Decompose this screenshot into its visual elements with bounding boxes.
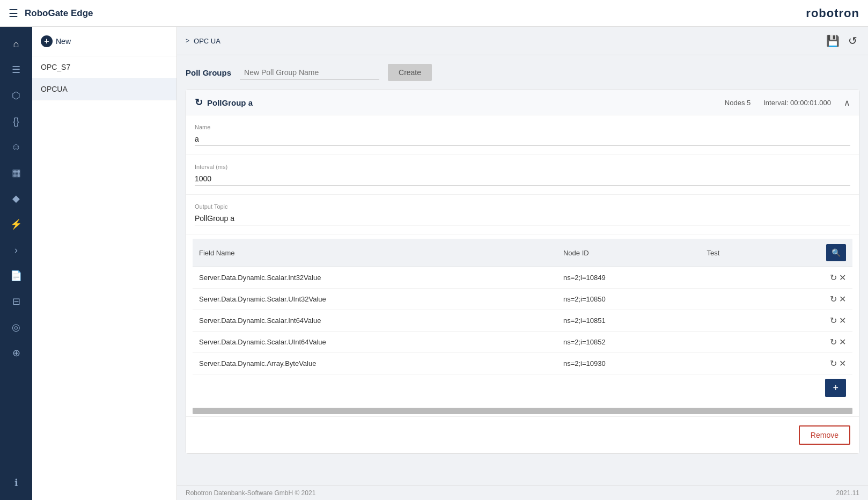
remove-row-button[interactable]: ✕ bbox=[839, 315, 846, 326]
list-item-opc-s7[interactable]: OPC_S7 bbox=[32, 56, 176, 78]
new-button-icon: + bbox=[41, 35, 53, 47]
poll-interval-text: Interval: 00:00:01.000 bbox=[763, 99, 831, 107]
name-field-section: Name a bbox=[186, 115, 859, 155]
remove-row-button[interactable]: ✕ bbox=[839, 337, 846, 347]
sidebar-item-home[interactable]: ⌂ bbox=[5, 33, 27, 55]
refresh-row-button[interactable]: ↻ bbox=[830, 273, 837, 283]
left-panel-header: + New bbox=[32, 27, 176, 56]
cell-node-id: ns=2;i=10849 bbox=[557, 267, 701, 289]
cell-field-name: Server.Data.Dynamic.Scalar.Int32Value bbox=[193, 267, 557, 289]
breadcrumb-chevron-icon: > bbox=[186, 37, 189, 45]
footer-copyright: Robotron Datenbank-Software GmbH © 2021 bbox=[186, 489, 315, 497]
cell-field-name: Server.Data.Dynamic.Array.ByteValue bbox=[193, 353, 557, 374]
name-label: Name bbox=[195, 124, 850, 130]
table-row: Server.Data.Dynamic.Scalar.UInt32Value n… bbox=[193, 289, 852, 310]
poll-card: ↻ PollGroup a Nodes 5 Interval: 00:00:01… bbox=[186, 90, 859, 454]
collapse-button[interactable]: ∧ bbox=[844, 98, 850, 108]
footer-version: 2021.11 bbox=[836, 489, 859, 497]
table-row: Server.Data.Dynamic.Scalar.Int64Value ns… bbox=[193, 310, 852, 332]
remove-section: Remove bbox=[186, 416, 859, 453]
list-item-opcua[interactable]: OPCUA bbox=[32, 78, 176, 100]
sidebar-item-code[interactable]: {} bbox=[5, 111, 27, 132]
search-button[interactable]: 🔍 bbox=[826, 244, 846, 261]
remove-row-button[interactable]: ✕ bbox=[839, 294, 846, 304]
cell-test bbox=[701, 310, 768, 332]
sidebar-item-arrow[interactable]: › bbox=[5, 239, 27, 261]
cell-field-name: Server.Data.Dynamic.Scalar.Int64Value bbox=[193, 310, 557, 332]
content-area: > OPC UA 💾 ↺ Poll Groups Create ↻ PollGr… bbox=[177, 27, 868, 500]
left-panel: + New OPC_S7 OPCUA bbox=[32, 27, 177, 500]
node-table: Field Name Node ID Test 🔍 Server.Data.Dy… bbox=[193, 239, 852, 374]
create-button[interactable]: Create bbox=[388, 64, 432, 81]
cell-field-name: Server.Data.Dynamic.Scalar.UInt64Value bbox=[193, 332, 557, 353]
interval-label: Interval (ms) bbox=[195, 164, 850, 170]
poll-refresh-icon[interactable]: ↻ bbox=[195, 97, 203, 108]
cell-test bbox=[701, 267, 768, 289]
cell-test bbox=[701, 353, 768, 374]
refresh-row-button[interactable]: ↻ bbox=[830, 337, 837, 347]
cell-field-name: Server.Data.Dynamic.Scalar.UInt32Value bbox=[193, 289, 557, 310]
add-node-button[interactable]: + bbox=[825, 379, 846, 397]
sidebar-item-grid[interactable]: ▦ bbox=[5, 162, 27, 183]
horizontal-scrollbar[interactable] bbox=[193, 408, 852, 414]
table-row: Server.Data.Dynamic.Scalar.UInt64Value n… bbox=[193, 332, 852, 353]
cell-test bbox=[701, 289, 768, 310]
sidebar-item-info[interactable]: ℹ bbox=[5, 472, 27, 494]
breadcrumb: > OPC UA 💾 ↺ bbox=[177, 27, 868, 55]
sidebar-item-stack[interactable]: ⊕ bbox=[5, 342, 27, 364]
node-table-section: Field Name Node ID Test 🔍 Server.Data.Dy… bbox=[186, 234, 859, 406]
sidebar-item-chart[interactable]: ⚡ bbox=[5, 214, 27, 235]
footer: Robotron Datenbank-Software GmbH © 2021 … bbox=[177, 486, 868, 500]
new-button-label: New bbox=[56, 37, 71, 46]
poll-groups-header: Poll Groups Create bbox=[186, 64, 859, 81]
hamburger-icon[interactable]: ☰ bbox=[9, 7, 18, 20]
poll-card-header: ↻ PollGroup a Nodes 5 Interval: 00:00:01… bbox=[186, 90, 859, 115]
content-scroll: Poll Groups Create ↻ PollGroup a Nodes 5… bbox=[177, 55, 868, 486]
remove-button[interactable]: Remove bbox=[799, 425, 850, 445]
sidebar-item-diamond[interactable]: ◆ bbox=[5, 188, 27, 209]
breadcrumb-text: OPC UA bbox=[194, 37, 220, 45]
refresh-row-button[interactable]: ↻ bbox=[830, 315, 837, 326]
table-row: Server.Data.Dynamic.Array.ByteValue ns=2… bbox=[193, 353, 852, 374]
sidebar-item-sliders[interactable]: ☰ bbox=[5, 59, 27, 80]
cell-node-id: ns=2;i=10930 bbox=[557, 353, 701, 374]
col-node-id: Node ID bbox=[557, 239, 701, 267]
output-topic-label: Output Topic bbox=[195, 203, 850, 210]
cell-node-id: ns=2;i=10850 bbox=[557, 289, 701, 310]
interval-field-section: Interval (ms) 1000 bbox=[186, 155, 859, 195]
topbar: ☰ RoboGate Edge robotron bbox=[0, 0, 868, 27]
poll-nodes-text: Nodes 5 bbox=[725, 99, 751, 107]
col-actions: 🔍 bbox=[767, 239, 852, 267]
cell-node-id: ns=2;i=10851 bbox=[557, 310, 701, 332]
cell-node-id: ns=2;i=10852 bbox=[557, 332, 701, 353]
restore-button[interactable]: ↺ bbox=[846, 32, 859, 49]
new-poll-name-input[interactable] bbox=[240, 66, 379, 79]
app-title: RoboGate Edge bbox=[25, 8, 93, 19]
poll-groups-label: Poll Groups bbox=[186, 68, 231, 77]
remove-row-button[interactable]: ✕ bbox=[839, 358, 846, 369]
col-field-name: Field Name bbox=[193, 239, 557, 267]
sidebar-item-file[interactable]: 📄 bbox=[5, 265, 27, 286]
new-button[interactable]: + New bbox=[41, 35, 71, 47]
sidebar-item-share[interactable]: ⬡ bbox=[5, 85, 27, 106]
sidebar-item-target[interactable]: ◎ bbox=[5, 317, 27, 338]
output-topic-section: Output Topic PollGroup a bbox=[186, 195, 859, 234]
remove-row-button[interactable]: ✕ bbox=[839, 273, 846, 283]
sidebar-item-layers[interactable]: ⊟ bbox=[5, 291, 27, 312]
sidebar-item-person[interactable]: ☺ bbox=[5, 136, 27, 158]
sidebar-nav: ⌂ ☰ ⬡ {} ☺ ▦ ◆ ⚡ › 📄 ⊟ ◎ ⊕ ℹ bbox=[0, 27, 32, 500]
refresh-row-button[interactable]: ↻ bbox=[830, 358, 837, 369]
name-value[interactable]: a bbox=[195, 133, 850, 146]
poll-group-name: PollGroup a bbox=[207, 98, 253, 107]
poll-card-title: ↻ PollGroup a bbox=[195, 97, 253, 108]
logo: robotron bbox=[806, 6, 859, 20]
output-topic-value[interactable]: PollGroup a bbox=[195, 212, 850, 225]
save-button[interactable]: 💾 bbox=[824, 32, 842, 49]
col-test: Test bbox=[701, 239, 768, 267]
interval-value[interactable]: 1000 bbox=[195, 172, 850, 186]
refresh-row-button[interactable]: ↻ bbox=[830, 294, 837, 304]
cell-test bbox=[701, 332, 768, 353]
table-row: Server.Data.Dynamic.Scalar.Int32Value ns… bbox=[193, 267, 852, 289]
